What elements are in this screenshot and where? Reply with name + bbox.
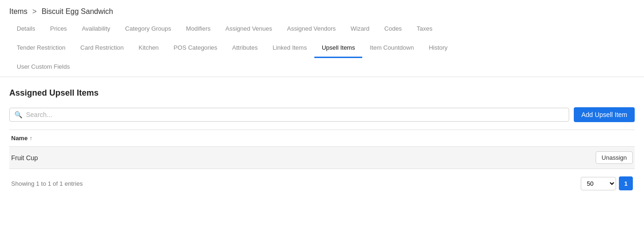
tab-kitchen[interactable]: Kitchen xyxy=(131,39,166,58)
search-icon: 🔍 xyxy=(14,111,22,118)
tab-prices[interactable]: Prices xyxy=(43,20,74,39)
tab-item-countdown[interactable]: Item Countdown xyxy=(362,39,421,58)
sort-arrow-icon: ↑ xyxy=(29,135,32,142)
pagination-controls: 50 25 100 1 xyxy=(581,176,633,190)
tabs-row-3: User Custom Fields xyxy=(9,58,635,77)
breadcrumb-parent[interactable]: Items xyxy=(9,7,27,15)
tab-user-custom-fields[interactable]: User Custom Fields xyxy=(9,58,77,77)
breadcrumb-current: Biscuit Egg Sandwich xyxy=(41,7,113,15)
tab-category-groups[interactable]: Category Groups xyxy=(118,20,179,39)
showing-text: Showing 1 to 1 of 1 entries xyxy=(11,180,83,187)
tabs-container: DetailsPricesAvailabilityCategory Groups… xyxy=(0,20,644,77)
tab-assigned-venues[interactable]: Assigned Venues xyxy=(218,20,279,39)
page-1-button[interactable]: 1 xyxy=(619,176,633,190)
tab-card-restriction[interactable]: Card Restriction xyxy=(73,39,131,58)
tab-details[interactable]: Details xyxy=(9,20,43,39)
footer-row: Showing 1 to 1 of 1 entries 50 25 100 1 xyxy=(9,169,635,190)
row-item-name: Fruit Cup xyxy=(11,154,38,162)
search-input[interactable] xyxy=(26,111,564,118)
tab-taxes[interactable]: Taxes xyxy=(409,20,440,39)
per-page-select[interactable]: 50 25 100 xyxy=(581,177,616,190)
breadcrumb-separator: > xyxy=(33,7,37,15)
search-wrapper: 🔍 xyxy=(9,108,569,122)
tab-wizard[interactable]: Wizard xyxy=(343,20,377,39)
content-area: Assigned Upsell Items 🔍 Add Upsell Item … xyxy=(0,77,644,202)
tab-upsell-items[interactable]: Upsell Items xyxy=(314,39,363,58)
tab-tender-restriction[interactable]: Tender Restriction xyxy=(9,39,73,58)
table-header: Name ↑ xyxy=(9,130,635,147)
tab-linked-items[interactable]: Linked Items xyxy=(265,39,314,58)
tab-assigned-vendors[interactable]: Assigned Vendors xyxy=(279,20,343,39)
tab-pos-categories[interactable]: POS Categories xyxy=(166,39,225,58)
table-body: Fruit CupUnassign xyxy=(9,147,635,169)
search-row: 🔍 Add Upsell Item xyxy=(9,107,635,122)
table-row: Fruit CupUnassign xyxy=(9,147,635,169)
add-upsell-item-button[interactable]: Add Upsell Item xyxy=(574,107,635,122)
tab-modifiers[interactable]: Modifiers xyxy=(179,20,218,39)
name-column-header[interactable]: Name ↑ xyxy=(11,135,32,142)
tabs-row-1: DetailsPricesAvailabilityCategory Groups… xyxy=(9,20,635,39)
unassign-button[interactable]: Unassign xyxy=(596,151,633,164)
tab-attributes[interactable]: Attributes xyxy=(225,39,265,58)
breadcrumb: Items > Biscuit Egg Sandwich xyxy=(0,0,644,20)
tab-history[interactable]: History xyxy=(421,39,455,58)
tab-availability[interactable]: Availability xyxy=(74,20,118,39)
tab-codes[interactable]: Codes xyxy=(377,20,410,39)
name-column-label: Name xyxy=(11,135,27,142)
section-title: Assigned Upsell Items xyxy=(9,88,635,98)
tabs-row-2: Tender RestrictionCard RestrictionKitche… xyxy=(9,39,635,58)
